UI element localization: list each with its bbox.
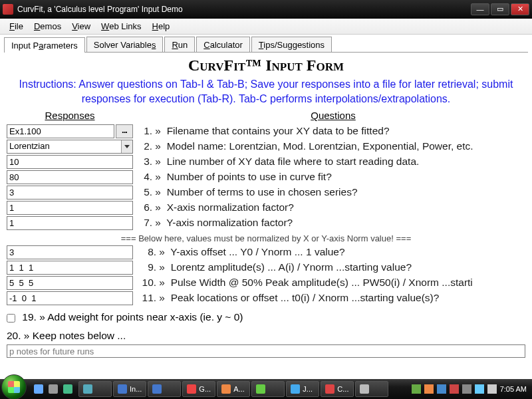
filename-input[interactable] — [7, 124, 114, 138]
menu-demos[interactable]: Demos — [29, 20, 66, 33]
tray-icon-2[interactable] — [424, 384, 434, 394]
task-7[interactable]: J... — [286, 381, 319, 397]
filename-field-group: ... — [7, 124, 133, 138]
clock[interactable]: 7:05 AM — [500, 385, 527, 393]
form-content: CurvFit™ Input Form Instructions: Answer… — [0, 53, 532, 380]
menubar: File Demos View Web Links Help — [0, 19, 532, 35]
question-1: 1. » Filename that contains your XY data… — [141, 124, 525, 138]
task-1[interactable] — [78, 381, 112, 397]
close-button[interactable]: ✕ — [511, 3, 529, 15]
weight-checkbox[interactable] — [7, 314, 15, 323]
xnorm-input[interactable] — [7, 201, 133, 215]
tab-calculator[interactable]: Calculator — [196, 37, 250, 52]
window-title: CurvFit, a 'Calculus level Program' Inpu… — [17, 5, 471, 14]
app-icon — [3, 4, 13, 15]
chevron-down-icon[interactable] — [121, 140, 132, 153]
question-20: 20. » Keep notes below ... — [7, 329, 525, 343]
taskbar: In... G... A... J... C... 7:05 AM — [0, 379, 532, 399]
tab-solver-variables[interactable]: Solver Variables — [86, 37, 164, 52]
tray-icon-1[interactable] — [412, 384, 421, 394]
tray-icon-5[interactable] — [462, 384, 471, 394]
question-19: 19. » Add weight for points near x-axis … — [22, 311, 243, 323]
ql-item-3[interactable] — [61, 382, 74, 396]
question-11: 11. » Peak locations or offset ... t0(i)… — [141, 291, 525, 305]
questions-header: Questions — [141, 110, 525, 121]
question-8: 8. » Y-axis offset ... Y0 / Ynorm ... 1 … — [141, 245, 525, 259]
maximize-button[interactable]: ▭ — [491, 3, 509, 15]
question-4: 4. » Number of points to use in curve fi… — [141, 170, 525, 184]
responses-header: Responses — [7, 110, 133, 121]
instructions-text: Instructions: Answer questions on Tab-I … — [7, 77, 525, 106]
task-6[interactable] — [251, 381, 285, 397]
system-tray: 7:05 AM — [406, 384, 532, 394]
question-5: 5. » Number of terms to use in chosen se… — [141, 185, 525, 200]
model-combo-value: Lorentzian — [7, 140, 121, 153]
window-titlebar: CurvFit, a 'Calculus level Program' Inpu… — [0, 0, 532, 19]
question-19-row: 19. » Add weight for points near x-axis … — [7, 310, 525, 325]
ql-item-1[interactable] — [32, 382, 45, 396]
pulsewidth-input[interactable] — [7, 276, 133, 290]
page-title: CurvFit™ Input Form — [7, 57, 525, 74]
task-buttons: In... G... A... J... C... — [77, 380, 406, 398]
window-controls: — ▭ ✕ — [471, 3, 529, 15]
task-4[interactable]: G... — [182, 381, 215, 397]
tray-icon-3[interactable] — [437, 384, 446, 394]
model-combo[interactable]: Lorentzian — [7, 140, 133, 154]
task-3[interactable] — [148, 381, 181, 397]
tray-volume-icon[interactable] — [487, 384, 497, 394]
minimize-button[interactable]: — — [471, 3, 489, 15]
menu-view[interactable]: View — [66, 20, 96, 33]
tray-icon-4[interactable] — [450, 384, 459, 394]
task-2[interactable]: In... — [113, 381, 146, 397]
menu-file[interactable]: File — [4, 20, 29, 33]
tray-network-icon[interactable] — [475, 384, 484, 394]
amplitude-input[interactable] — [7, 261, 133, 275]
menu-help[interactable]: Help — [147, 20, 176, 33]
peakloc-input[interactable] — [7, 291, 133, 305]
quicklaunch — [29, 382, 77, 396]
num-points-input[interactable] — [7, 170, 133, 184]
line-number-input[interactable] — [7, 155, 133, 169]
divider-text: === Below here, values must be normalize… — [7, 233, 525, 243]
question-3: 3. » Line number of XY data file where t… — [141, 154, 525, 169]
notes-input[interactable] — [7, 344, 525, 358]
tab-input-parameters[interactable]: Input Parameters — [4, 37, 85, 53]
question-6: 6. » X-axis normalization factor? — [141, 200, 525, 215]
task-5[interactable]: A... — [217, 381, 250, 397]
yoffset-input[interactable] — [7, 245, 133, 259]
start-button[interactable] — [1, 374, 27, 399]
ql-item-2[interactable] — [47, 382, 60, 396]
question-2: 2. » Model name: Lorentzian, Mod. Lorent… — [141, 139, 525, 154]
ynorm-input[interactable] — [7, 216, 133, 230]
question-10: 10. » Pulse Width @ 50% Peak amplitude(s… — [141, 275, 525, 290]
tab-tips[interactable]: Tips/Suggestions — [251, 37, 332, 52]
question-9: 9. » Lorentz amplitude(s) ... A(i) / Yno… — [141, 260, 525, 275]
task-9[interactable] — [355, 381, 388, 397]
question-7: 7. » Y-axis normalization factor? — [141, 215, 525, 230]
task-8[interactable]: C... — [321, 381, 354, 397]
menu-weblinks[interactable]: Web Links — [96, 20, 146, 33]
tab-run[interactable]: Run — [164, 37, 195, 52]
num-terms-input[interactable] — [7, 186, 133, 200]
tab-strip: Input Parameters Solver Variables Run Ca… — [0, 35, 532, 52]
browse-button[interactable]: ... — [116, 124, 133, 138]
